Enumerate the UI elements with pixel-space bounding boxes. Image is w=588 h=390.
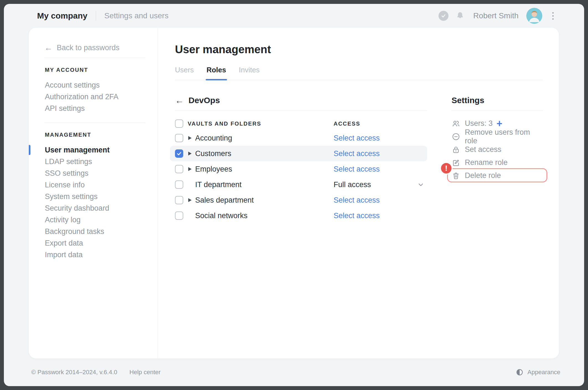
sidebar-heading-my-account: MY ACCOUNT [29, 67, 158, 73]
expand-triangle-icon[interactable] [188, 167, 192, 171]
sidebar-item-system-settings[interactable]: System settings [29, 191, 158, 202]
avatar[interactable] [526, 8, 542, 24]
app-window: My company Settings and users Robert Smi… [4, 4, 584, 386]
copyright: © Passwork 2014–2024, v.6.4.0 [31, 369, 117, 376]
topbar-divider [96, 11, 96, 21]
back-arrow-icon: ← [44, 44, 53, 52]
access-value[interactable]: Full access [334, 180, 371, 189]
delete-role-label: Delete role [465, 171, 501, 180]
sidebar-list-management: User management LDAP settings SSO settin… [29, 144, 158, 261]
column-header-vaults: VAULTS AND FOLDERS [188, 121, 261, 127]
users-count-label: Users: 3 [465, 119, 493, 128]
vault-name: Accounting [195, 134, 232, 142]
add-user-icon[interactable]: + [497, 119, 502, 129]
set-access-label: Set access [465, 145, 501, 154]
expand-triangle-icon[interactable] [188, 152, 192, 156]
table-row[interactable]: IT department Full access [175, 177, 427, 192]
table-row[interactable]: Accounting Select access [175, 130, 427, 146]
sidebar-list-my-account: Account settings Authorization and 2FA A… [29, 79, 158, 114]
topbar-context: Settings and users [104, 11, 169, 20]
row-checkbox[interactable] [175, 211, 183, 220]
settings-panel: Settings [452, 95, 543, 223]
trash-icon [452, 172, 460, 180]
vault-name: Sales department [195, 196, 254, 205]
chevron-down-icon[interactable] [417, 181, 424, 188]
sidebar-item-security-dashboard[interactable]: Security dashboard [29, 202, 158, 214]
roles-content: ← DevOps VAULTS AND FOLDERS ACCESS Accou… [175, 95, 543, 223]
row-checkbox[interactable] [175, 134, 183, 142]
sidebar-item-sso-settings[interactable]: SSO settings [29, 167, 158, 179]
tab-users[interactable]: Users [175, 66, 194, 80]
page-title: User management [175, 43, 543, 56]
help-center-link[interactable]: Help center [130, 369, 161, 376]
table-row[interactable]: Customers Select access [170, 146, 427, 161]
minus-circle-icon [452, 132, 460, 141]
expand-triangle-icon[interactable] [188, 198, 192, 202]
table-header: VAULTS AND FOLDERS ACCESS [175, 117, 427, 130]
role-header: ← DevOps [175, 95, 427, 106]
remove-users-action[interactable]: Remove users from role [452, 130, 543, 143]
content-card: ← Back to passwords MY ACCOUNT Account s… [29, 28, 559, 358]
notifications-bell-icon[interactable] [456, 11, 465, 20]
settings-actions: Users: 3 + Remove users from role [452, 117, 543, 182]
sidebar-item-api-settings[interactable]: API settings [29, 103, 158, 114]
table-row[interactable]: Employees Select access [175, 161, 427, 177]
tab-invites[interactable]: Invites [239, 66, 260, 80]
table-row[interactable]: Sales department Select access [175, 192, 427, 208]
row-checkbox[interactable] [175, 196, 183, 204]
appearance-contrast-icon [516, 368, 523, 376]
settings-divider [452, 111, 543, 111]
vault-name: Customers [195, 149, 231, 158]
sidebar-item-account-settings[interactable]: Account settings [29, 79, 158, 91]
row-checkbox[interactable] [175, 165, 183, 173]
set-access-action[interactable]: Set access [452, 143, 543, 156]
kebab-menu-icon[interactable] [551, 11, 555, 21]
main-panel: User management Users Roles Invites ← De… [158, 28, 559, 358]
expand-triangle-icon[interactable] [188, 136, 192, 140]
sidebar-item-user-management[interactable]: User management [29, 144, 158, 156]
sidebar-divider [44, 123, 145, 123]
select-access-link[interactable]: Select access [334, 211, 380, 220]
sidebar-item-import-data[interactable]: Import data [29, 249, 158, 261]
role-name: DevOps [189, 96, 220, 105]
row-checkbox[interactable] [175, 180, 183, 189]
select-access-link[interactable]: Select access [334, 196, 380, 205]
row-checkbox[interactable] [175, 149, 183, 158]
status-check-icon[interactable] [439, 11, 448, 21]
lock-icon [452, 146, 460, 154]
select-access-link[interactable]: Select access [334, 134, 380, 142]
vault-name: Employees [195, 165, 232, 174]
role-divider [175, 111, 427, 111]
user-name[interactable]: Robert Smith [473, 11, 519, 20]
appearance-toggle[interactable]: Appearance [516, 368, 560, 376]
remove-users-label: Remove users from role [465, 128, 543, 145]
sidebar-item-activity-log[interactable]: Activity log [29, 214, 158, 226]
rename-role-label: Rename role [465, 158, 508, 167]
vault-name: IT department [195, 180, 242, 189]
table-row[interactable]: Social networks Select access [175, 208, 427, 223]
select-access-link[interactable]: Select access [334, 149, 380, 158]
sidebar-item-export-data[interactable]: Export data [29, 237, 158, 249]
sidebar-item-background-tasks[interactable]: Background tasks [29, 226, 158, 237]
tabs: Users Roles Invites [175, 66, 543, 80]
column-header-access: ACCESS [334, 121, 360, 127]
users-icon [452, 119, 460, 128]
sidebar-item-authorization-2fa[interactable]: Authorization and 2FA [29, 91, 158, 103]
footer: © Passwork 2014–2024, v.6.4.0 Help cente… [4, 358, 584, 386]
topbar-actions: Robert Smith [439, 8, 555, 24]
select-all-checkbox[interactable] [175, 119, 183, 128]
sidebar-item-ldap-settings[interactable]: LDAP settings [29, 156, 158, 167]
delete-role-action[interactable]: ! Delete role [452, 169, 543, 182]
sidebar: ← Back to passwords MY ACCOUNT Account s… [29, 28, 158, 358]
settings-title: Settings [452, 96, 484, 105]
tab-roles[interactable]: Roles [207, 66, 226, 80]
rename-icon [452, 159, 460, 167]
select-access-link[interactable]: Select access [334, 165, 380, 174]
rename-role-action[interactable]: Rename role [452, 156, 543, 169]
appearance-label: Appearance [527, 369, 560, 376]
settings-header: Settings [452, 95, 543, 106]
sidebar-item-license-info[interactable]: License info [29, 179, 158, 191]
back-to-passwords-link[interactable]: ← Back to passwords [29, 42, 158, 53]
vault-name: Social networks [195, 211, 247, 220]
role-back-arrow-icon[interactable]: ← [175, 96, 184, 105]
